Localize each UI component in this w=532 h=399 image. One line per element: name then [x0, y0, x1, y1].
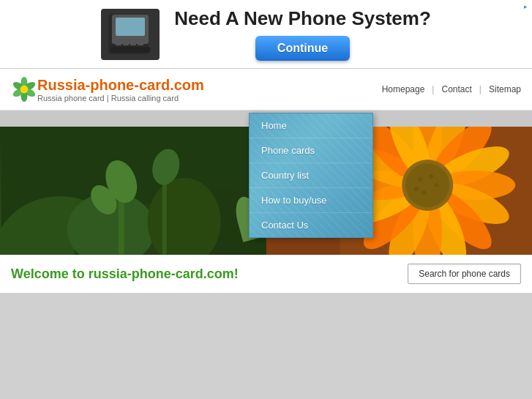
svg-rect-1 [112, 18, 145, 40]
ad-continue-button[interactable]: Continue [255, 36, 350, 61]
ad-banner: ▸ Need A New Phone System? Continue [0, 0, 532, 69]
svg-point-46 [429, 174, 433, 179]
ad-title: Need A New Phone System? [174, 7, 431, 30]
bottom-area: Welcome to russia-phone-card.com! Search… [0, 255, 532, 293]
menu-item-phone-cards[interactable]: Phone cards [250, 138, 372, 163]
top-links: Homepage | Contact | Sitemap [382, 84, 521, 94]
svg-point-14 [20, 86, 29, 94]
menu-item-country-list[interactable]: Country list [250, 163, 372, 188]
hero-left-panel [0, 127, 266, 255]
svg-point-47 [434, 183, 438, 187]
logo-area: Russia-phone-card.com Russia phone card … [11, 76, 382, 102]
svg-rect-3 [116, 41, 121, 45]
phone-svg [105, 10, 156, 58]
menu-item-home[interactable]: Home [250, 113, 372, 138]
svg-rect-2 [113, 19, 143, 38]
logo-flower-icon [11, 76, 37, 102]
svg-point-45 [418, 177, 422, 182]
ad-text-area: Need A New Phone System? Continue [174, 7, 431, 61]
svg-rect-7 [110, 47, 150, 53]
menu-item-how-to-buy[interactable]: How to buy/use [250, 188, 372, 213]
homepage-link[interactable]: Homepage [382, 84, 425, 94]
sitemap-link[interactable]: Sitemap [489, 84, 521, 94]
logo-text-area: Russia-phone-card.com Russia phone card … [37, 76, 204, 102]
top-nav: Russia-phone-card.com Russia phone card … [0, 69, 532, 111]
logo-title: Russia-phone-card.com [37, 76, 204, 94]
menu-item-contact-us[interactable]: Contact Us [250, 213, 372, 237]
contact-link[interactable]: Contact [441, 84, 471, 94]
svg-rect-4 [123, 41, 129, 45]
svg-point-48 [422, 190, 426, 195]
separator-2: | [479, 84, 482, 94]
svg-rect-6 [138, 41, 143, 45]
site-wrapper: Russia-phone-card.com Russia phone card … [0, 69, 532, 293]
ad-corner-icon: ▸ [524, 3, 528, 10]
hero-left-svg [0, 127, 266, 255]
phone-icon [101, 9, 160, 60]
svg-point-44 [405, 163, 449, 207]
svg-point-49 [414, 187, 419, 191]
welcome-text: Welcome to russia-phone-card.com! [11, 266, 239, 282]
search-button[interactable]: Search for phone cards [408, 264, 521, 284]
svg-rect-5 [130, 41, 136, 45]
separator-1: | [432, 84, 434, 94]
dropdown-menu: Home Phone cards Country list How to buy… [249, 113, 373, 238]
logo-subtitle: Russia phone card | Russia calling card [37, 94, 204, 102]
